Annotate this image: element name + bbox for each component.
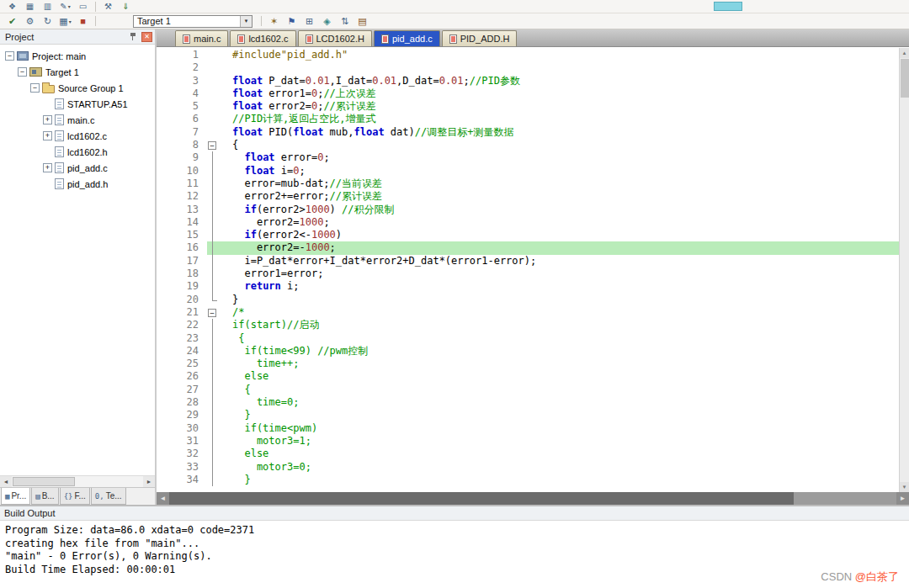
code-line-8[interactable]: 8−{ <box>157 139 909 151</box>
code-line-18[interactable]: 18 error1=error; <box>157 268 909 280</box>
panel-tab-b[interactable]: ▤B... <box>31 488 58 505</box>
code-editor[interactable]: 1#include"pid_add.h"23float P_dat=0.01,I… <box>157 47 909 492</box>
tools-button[interactable]: ⚒ <box>99 1 117 13</box>
code-line-9[interactable]: 9 float error=0; <box>157 151 909 164</box>
chevron-down-icon[interactable]: ▼ <box>240 16 252 27</box>
scroll-left-icon[interactable]: ◄ <box>0 476 12 487</box>
tree-item-lcd1602-h[interactable]: lcd1602.h <box>0 144 155 160</box>
code-line-24[interactable]: 24 if(time<99) //pwm控制 <box>157 345 909 358</box>
flag-button[interactable]: ⚑ <box>283 14 300 29</box>
tree-item-target-1[interactable]: −Target 1 <box>0 64 155 80</box>
tree-item-main-c[interactable]: +main.c <box>0 112 155 128</box>
edit-pen-button[interactable]: ✎▾ <box>56 1 74 13</box>
target-select[interactable]: Target 1 ▼ <box>133 15 252 28</box>
code-line-13[interactable]: 13 if(error2>1000) //积分限制 <box>157 204 909 216</box>
code-line-28[interactable]: 28 time=0; <box>157 396 909 409</box>
code-line-20[interactable]: 20} <box>157 294 909 306</box>
tree-expander-icon[interactable]: + <box>43 131 52 140</box>
tree-expander-icon[interactable]: − <box>30 83 40 93</box>
code-line-1[interactable]: 1#include"pid_add.h" <box>157 49 909 61</box>
code-line-32[interactable]: 32 else <box>157 448 909 460</box>
tree-item-source-group-1[interactable]: −Source Group 1 <box>0 80 155 96</box>
tree-item-pid-add-h[interactable]: pid_add.h <box>0 176 155 192</box>
code-line-7[interactable]: 7float PID(float mub,float dat)//调整目标+测量… <box>157 126 909 139</box>
hscroll-thumb[interactable] <box>13 477 75 486</box>
code-line-25[interactable]: 25 time++; <box>157 358 909 370</box>
pin-icon[interactable] <box>130 33 137 41</box>
tree-item-lcd1602-c[interactable]: +lcd1602.c <box>0 128 155 144</box>
code-line-29[interactable]: 29 } <box>157 409 909 421</box>
rebuild-button[interactable]: ↻ <box>39 14 56 29</box>
scroll-left-icon[interactable]: ◄ <box>157 492 169 505</box>
code-token: float <box>244 165 274 177</box>
panel-tab-pr[interactable]: ▦Pr... <box>1 488 30 505</box>
code-line-16[interactable]: 16 error2=-1000; <box>157 241 909 254</box>
tree-item-startup-a51[interactable]: STARTUP.A51 <box>0 96 155 112</box>
code-line-14[interactable]: 14 error2=1000; <box>157 216 909 229</box>
screen-button[interactable]: ▭ <box>74 1 92 13</box>
code-line-30[interactable]: 30 if(time<pwm) <box>157 422 909 435</box>
code-line-3[interactable]: 3float P_dat=0.01,I_dat=0.01,D_dat=0.01;… <box>157 75 909 87</box>
scroll-down-icon[interactable]: ▼ <box>900 482 909 492</box>
books-button[interactable]: ▤ <box>354 14 371 29</box>
code-line-17[interactable]: 17 i=P_dat*error+I_dat*error2+D_dat*(err… <box>157 255 909 268</box>
options-for-target-button[interactable]: ✶ <box>265 14 283 29</box>
tab-pid-add-h[interactable]: PID_ADD.H <box>442 30 518 46</box>
scroll-right-icon[interactable]: ► <box>143 476 155 487</box>
fold-collapse-icon[interactable]: − <box>208 141 216 150</box>
batch-build-button[interactable]: ▦▾ <box>56 14 74 29</box>
panel-tab-f[interactable]: {}F... <box>60 488 90 505</box>
translate-button[interactable]: ✔ <box>3 14 21 29</box>
line-number: 7 <box>157 126 207 139</box>
code-line-15[interactable]: 15 if(error2<-1000) <box>157 229 909 241</box>
tree-expander-icon[interactable]: + <box>43 115 52 124</box>
project-panel-hscrollbar[interactable]: ◄ ► <box>0 475 155 487</box>
code-line-34[interactable]: 34 } <box>157 474 909 486</box>
sort-button[interactable]: ⇅ <box>336 14 354 29</box>
tree-item-pid-add-c[interactable]: +pid_add.c <box>0 160 155 176</box>
components-button[interactable]: ⊞ <box>300 14 318 29</box>
tree-item-project-main[interactable]: −Project: main <box>0 48 155 64</box>
code-line-21[interactable]: 21−/* <box>157 306 909 319</box>
stop-build-button[interactable]: ■ <box>74 14 92 29</box>
code-line-12[interactable]: 12 error2+=error;//累计误差 <box>157 190 909 203</box>
environment-button[interactable]: ◈ <box>318 14 336 29</box>
build-button[interactable]: ⚙ <box>21 14 39 29</box>
code-line-11[interactable]: 11 error=mub-dat;//当前误差 <box>157 177 909 190</box>
hscroll-thumb[interactable] <box>169 492 794 505</box>
code-line-6[interactable]: 6//PID计算,返回占空比,增量式 <box>157 113 909 125</box>
close-icon[interactable]: ✕ <box>141 32 152 42</box>
editor-vscrollbar[interactable]: ▲ ▼ <box>899 48 909 492</box>
scroll-up-icon[interactable]: ▲ <box>900 48 909 58</box>
tree-expander-icon[interactable]: − <box>18 67 27 77</box>
code-line-31[interactable]: 31 motor3=1; <box>157 435 909 448</box>
tree-expander-icon[interactable]: + <box>43 163 52 172</box>
tab-lcd1602-h[interactable]: LCD1602.H <box>298 30 372 46</box>
code-line-5[interactable]: 5float error2=0;//累计误差 <box>157 100 909 113</box>
scroll-right-icon[interactable]: ► <box>896 492 909 505</box>
code-line-10[interactable]: 10 float i=0; <box>157 165 909 177</box>
split-window-button[interactable]: ▥ <box>39 1 56 13</box>
download-button[interactable]: ⇓ <box>117 1 135 13</box>
fold-collapse-icon[interactable]: − <box>208 309 216 317</box>
tab-main-c[interactable]: main.c <box>175 30 228 46</box>
code-line-2[interactable]: 2 <box>157 61 909 74</box>
vscroll-thumb[interactable] <box>901 59 909 98</box>
code-line-19[interactable]: 19 return i; <box>157 280 909 293</box>
new-button[interactable]: ❖ <box>3 1 21 13</box>
code-line-33[interactable]: 33 motor3=0; <box>157 461 909 474</box>
code-line-22[interactable]: 22if(start)//启动 <box>157 319 909 331</box>
tab-pid-add-c[interactable]: pid_add.c <box>374 30 440 46</box>
layout-button[interactable]: ▦ <box>21 1 39 13</box>
file-icon <box>381 34 389 44</box>
batch-build-caret-icon[interactable]: ▾ <box>69 19 72 24</box>
code-line-4[interactable]: 4float error1=0;//上次误差 <box>157 87 909 100</box>
tree-expander-icon[interactable]: − <box>5 51 14 61</box>
code-line-27[interactable]: 27 { <box>157 384 909 396</box>
tab-lcd1602-c[interactable]: lcd1602.c <box>230 30 295 46</box>
edit-pen-caret-icon[interactable]: ▾ <box>68 3 71 9</box>
panel-tab-te[interactable]: 0,Te... <box>91 488 126 505</box>
editor-hscrollbar[interactable]: ◄ ► <box>157 492 909 505</box>
code-line-26[interactable]: 26 else <box>157 370 909 383</box>
code-line-23[interactable]: 23 { <box>157 332 909 345</box>
